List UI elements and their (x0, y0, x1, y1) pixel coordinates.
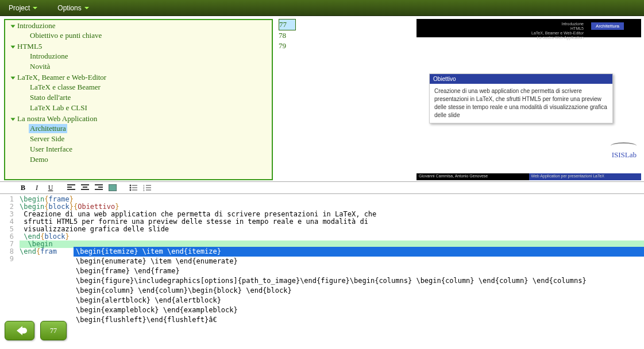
editor-toolbar: B I U 123 (0, 181, 644, 194)
autocomplete-item[interactable]: \begin{column} \end{column}\begin{block}… (74, 286, 644, 296)
tree-arrow-icon[interactable] (11, 46, 16, 49)
tree-item[interactable]: LaTeX e classe Beamer (29, 83, 102, 92)
svg-point-3 (130, 189, 132, 191)
tree-item[interactable]: Demo (29, 155, 49, 164)
italic-button[interactable]: I (32, 183, 42, 193)
autocomplete-item[interactable]: \begin{figure}\includegraphics[options]{… (74, 276, 644, 286)
menu-options[interactable]: Options (57, 4, 88, 12)
chevron-down-icon (33, 7, 37, 9)
align-right-button[interactable] (94, 183, 104, 193)
menubar: Project Options (0, 0, 644, 16)
bold-button[interactable]: B (18, 183, 28, 193)
footer-left: Giovanni Cammisa, Antonio Genovese (417, 173, 529, 180)
bottom-button-bar: 77 (5, 321, 67, 340)
tree-arrow-icon[interactable] (11, 77, 16, 80)
tree-item[interactable]: Introduzione (29, 52, 69, 61)
tree-item[interactable]: Novità (29, 62, 51, 71)
underline-button[interactable]: U (45, 183, 56, 193)
objective-body: Creazione di una web application che per… (430, 84, 612, 123)
code-editor[interactable]: 123456789 \begin{frame}\begin{block}{Obi… (0, 194, 644, 326)
tree-item[interactable]: Obiettivo e punti chiave (29, 31, 103, 40)
page-number[interactable]: 77 (279, 19, 296, 30)
autocomplete-item[interactable]: \begin{center}\end{center} (74, 325, 644, 326)
slide-header: IntroduzioneHTML5LaTeX, Beamer e Web-Edi… (417, 19, 641, 37)
outline-panel: IntroduzioneObiettivo e punti chiaveHTML… (4, 19, 273, 180)
svg-rect-0 (109, 184, 117, 191)
slide-header-breadcrumbs: IntroduzioneHTML5LaTeX, Beamer e Web-Edi… (531, 22, 584, 40)
back-button[interactable] (5, 321, 34, 340)
menu-project[interactable]: Project (9, 4, 37, 12)
slide-preview: IntroduzioneHTML5LaTeX, Beamer e Web-Edi… (417, 19, 641, 180)
bullet-list-button[interactable] (128, 183, 138, 193)
tree-item[interactable]: User Interface (29, 145, 74, 154)
tree-arrow-icon[interactable] (11, 118, 16, 121)
tree-item[interactable]: Introduzione (16, 21, 56, 30)
image-button[interactable] (107, 183, 118, 193)
slide-header-chip: Architettura (591, 22, 624, 30)
logo-wave-icon (611, 142, 637, 149)
tree-item[interactable]: LaTeX, Beamer e Web-Editor (16, 73, 107, 82)
svg-point-2 (130, 187, 132, 189)
tree-item[interactable]: Stato dell'arte (29, 93, 72, 102)
back-arrow-icon (17, 326, 22, 335)
page-number[interactable]: 78 (279, 30, 296, 41)
tree-item[interactable]: La nostra Web Application (16, 114, 98, 123)
tree-arrow-icon[interactable] (11, 25, 16, 28)
tree-item[interactable]: Server Side (29, 134, 65, 144)
autocomplete-item[interactable]: \begin{frame} \end{frame} (74, 266, 644, 276)
numbered-list-button[interactable]: 123 (142, 183, 152, 193)
logo: ISISLab (611, 142, 637, 160)
autocomplete-item[interactable]: \begin{flushleft}\end{flushleft}â€ (74, 315, 644, 325)
chevron-down-icon (84, 7, 89, 9)
autocomplete-item[interactable]: \begin{exampleblock} \end{exampleblock} (74, 305, 644, 315)
tree-item[interactable]: LaTeX Lab e CLSI (29, 103, 88, 113)
page-indicator-button[interactable]: 77 (40, 321, 67, 340)
align-left-button[interactable] (66, 183, 76, 193)
tree-item[interactable]: Architettura (29, 124, 67, 133)
autocomplete-item[interactable]: \begin{enumerate} \item \end{enumerate} (74, 257, 644, 266)
slide-footer: Giovanni Cammisa, Antonio Genovese Web A… (417, 173, 641, 180)
page-number[interactable]: 79 (279, 41, 296, 51)
autocomplete-item[interactable]: \begin{itemize} \item \end{itemize} (74, 247, 644, 257)
autocomplete-item[interactable]: \begin{alertblock} \end{alertblock} (74, 296, 644, 305)
tree-item[interactable]: HTML5 (16, 42, 43, 51)
align-center-button[interactable] (80, 183, 90, 193)
objective-title: Obiettivo (430, 74, 612, 84)
objective-block: Obiettivo Creazione di una web applicati… (429, 73, 613, 123)
svg-point-1 (130, 185, 132, 187)
page-number-list: 777879 (279, 19, 296, 180)
svg-text:3: 3 (143, 189, 145, 191)
line-number-gutter: 123456789 (0, 194, 17, 263)
autocomplete-popup[interactable]: \begin{itemize} \item \end{itemize}\begi… (74, 247, 644, 326)
footer-right: Web Application per presentazioni LaTeX (529, 173, 642, 180)
